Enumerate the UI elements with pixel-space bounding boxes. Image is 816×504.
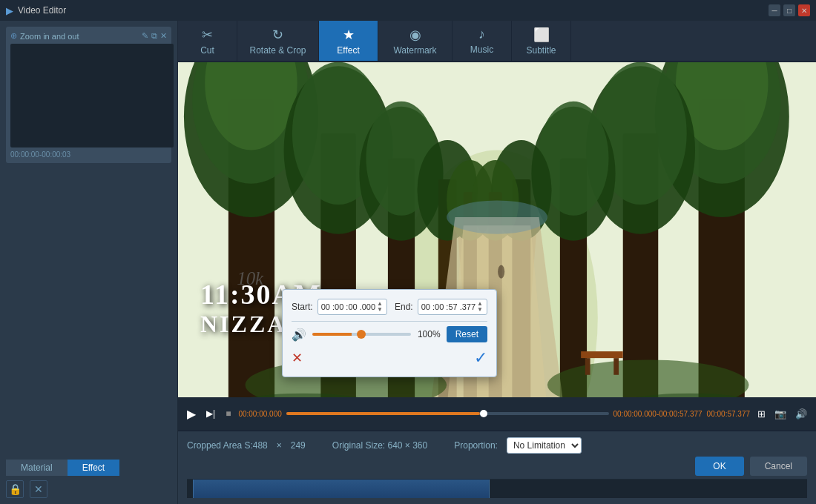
action-btns: OK Cancel [695, 457, 807, 476]
popup-footer: ✕ ✓ [292, 348, 487, 368]
bottom-panel: Cropped Area S:488 × 249 Original Size: … [178, 430, 816, 504]
timeline-area[interactable] [286, 408, 609, 420]
svg-point-45 [498, 265, 504, 279]
timeline-track [286, 412, 609, 415]
start-time-down[interactable]: ▼ [376, 307, 384, 313]
tab-effect[interactable]: ★ Effect [319, 21, 378, 61]
nav-tabs-row: ✂ Cut ↻ Rotate & Crop ★ Effect ◉ Waterma… [178, 21, 816, 62]
volume-percent: 100% [417, 329, 441, 339]
popup-end-input[interactable]: 00 :00 :57 .377 ▲ ▼ [418, 299, 487, 315]
left-tab-switch: Material Effect [6, 460, 171, 476]
tabs-panel: ✂ Cut ↻ Rotate & Crop ★ Effect ◉ Waterma… [178, 21, 816, 504]
effect-icon: ★ [343, 27, 355, 43]
popup-time-row: Start: 00 :00 :00 .000 ▲ ▼ End: 00 :00 :… [292, 299, 487, 315]
tab-effect-label: Effect [337, 45, 359, 56]
tab-watermark-label: Watermark [393, 45, 436, 56]
timeline-clip[interactable] [193, 479, 490, 498]
tab-cut[interactable]: ✂ Cut [178, 21, 237, 61]
music-icon: ♪ [478, 27, 485, 42]
volume-slider[interactable] [312, 333, 411, 336]
clip-item[interactable]: ⊕ Zoom in and out ✎ ⧉ ✕ 00:00:00-00:00:0… [6, 27, 171, 163]
lock-button[interactable]: 🔒 [6, 480, 24, 498]
step-forward-button[interactable]: ▶| [203, 407, 218, 420]
material-tab-btn[interactable]: Material [6, 460, 68, 476]
subtitle-icon: ⬜ [533, 27, 550, 43]
video-scene-svg: 10k [178, 62, 816, 397]
tab-music[interactable]: ♪ Music [453, 21, 512, 61]
timeline-fill [286, 412, 480, 415]
edit-icon[interactable]: ✎ [142, 31, 148, 41]
clip-thumbnail [10, 44, 174, 147]
timeline-thumb[interactable] [480, 410, 487, 417]
prop-row-size: Cropped Area S:488 × 249 Original Size: … [187, 437, 807, 454]
watermark-icon: ◉ [409, 27, 421, 43]
app-icon: ▶ [6, 5, 13, 16]
time-start-label: 00:00:00.000 [238, 410, 281, 418]
tab-watermark[interactable]: ◉ Watermark [378, 21, 453, 61]
left-panel: ⊕ Zoom in and out ✎ ⧉ ✕ 00:00:00-00:00:0… [0, 21, 178, 504]
cancel-button[interactable]: Cancel [750, 457, 807, 476]
tab-subtitle-label: Subtitle [526, 45, 556, 56]
maximize-button[interactable]: □ [783, 4, 795, 16]
ok-button[interactable]: OK [695, 457, 743, 476]
tab-subtitle[interactable]: ⬜ Subtitle [512, 21, 571, 61]
svg-rect-40 [581, 351, 623, 358]
snapshot-button[interactable]: 📷 [771, 407, 789, 421]
time-middle-label: 00:00:00.000-00:00:57.377 [613, 410, 703, 418]
svg-rect-41 [585, 358, 590, 375]
tab-rotate[interactable]: ↻ Rotate & Crop [237, 21, 319, 61]
popup-start-value: 00 :00 :00 .000 [321, 302, 375, 311]
popup-divider [292, 321, 487, 322]
main-layout: ⊕ Zoom in and out ✎ ⧉ ✕ 00:00:00-00:00:0… [0, 21, 816, 504]
rotate-icon: ↻ [272, 27, 283, 43]
timeline-strip-inner [187, 480, 807, 498]
svg-rect-42 [613, 358, 619, 375]
time-end-label: 00:00:57.377 [707, 410, 750, 418]
title-bar: ▶ Video Editor ─ □ ✕ [0, 0, 816, 21]
cropped-area-label: Cropped Area S:488 [187, 440, 268, 451]
copy-icon[interactable]: ⧉ [151, 31, 157, 41]
cropped-height-label: 249 [291, 440, 306, 451]
clip-zoom-icon: ⊕ [10, 31, 17, 41]
original-size-label: Original Size: 640 × 360 [332, 440, 427, 451]
clip-time: 00:00:00-00:00:03 [10, 150, 167, 159]
stop-button[interactable]: ■ [223, 407, 234, 420]
popup-start-label: Start: [292, 302, 313, 312]
crop-sep1: × [277, 440, 282, 451]
delete-button[interactable]: ✕ [30, 480, 47, 498]
effect-tab-btn[interactable]: Effect [68, 460, 119, 476]
video-preview: 10k 11:30AM NIZZA GARDEN [178, 62, 816, 397]
cut-icon: ✂ [202, 27, 213, 43]
popup-end-value: 00 :00 :57 .377 [421, 302, 476, 311]
svg-point-43 [447, 200, 547, 233]
clip-label: Zoom in and out [20, 32, 79, 41]
minimize-button[interactable]: ─ [769, 4, 780, 16]
play-button[interactable]: ▶ [184, 405, 199, 422]
tab-music-label: Music [470, 44, 493, 55]
end-time-down[interactable]: ▼ [476, 307, 484, 313]
volume-icon: 🔊 [292, 328, 306, 342]
proportion-select[interactable]: No Limitation 16:9 4:3 1:1 9:16 [507, 437, 582, 454]
ctrl-right-icons: ⊞ 📷 🔊 [754, 407, 810, 421]
content-area: 10k 11:30AM NIZZA GARDEN ▶ ▶| ■ 00:00:00… [178, 62, 816, 504]
app-title: Video Editor [18, 5, 66, 16]
volume-button[interactable]: 🔊 [792, 407, 810, 421]
reset-button[interactable]: Reset [447, 326, 487, 342]
popup-confirm-button[interactable]: ✓ [474, 348, 487, 368]
tab-cut-label: Cut [200, 45, 214, 56]
popup-start-input[interactable]: 00 :00 :00 .000 ▲ ▼ [317, 299, 387, 315]
close-button[interactable]: ✕ [798, 4, 810, 16]
popup-end-label: End: [395, 302, 413, 312]
close-clip-icon[interactable]: ✕ [160, 31, 167, 41]
popup-dialog: Start: 00 :00 :00 .000 ▲ ▼ End: 00 :00 :… [282, 289, 497, 377]
controls-bar: ▶ ▶| ■ 00:00:00.000 00:00:00.000-00:00:5… [178, 397, 816, 430]
zoom-in-button[interactable]: ⊞ [754, 407, 769, 421]
tab-rotate-label: Rotate & Crop [249, 45, 306, 56]
popup-cancel-button[interactable]: ✕ [292, 350, 303, 366]
volume-row: 🔊 100% Reset [292, 326, 487, 342]
timeline-strip [187, 479, 807, 498]
proportion-label: Proportion: [454, 440, 498, 451]
